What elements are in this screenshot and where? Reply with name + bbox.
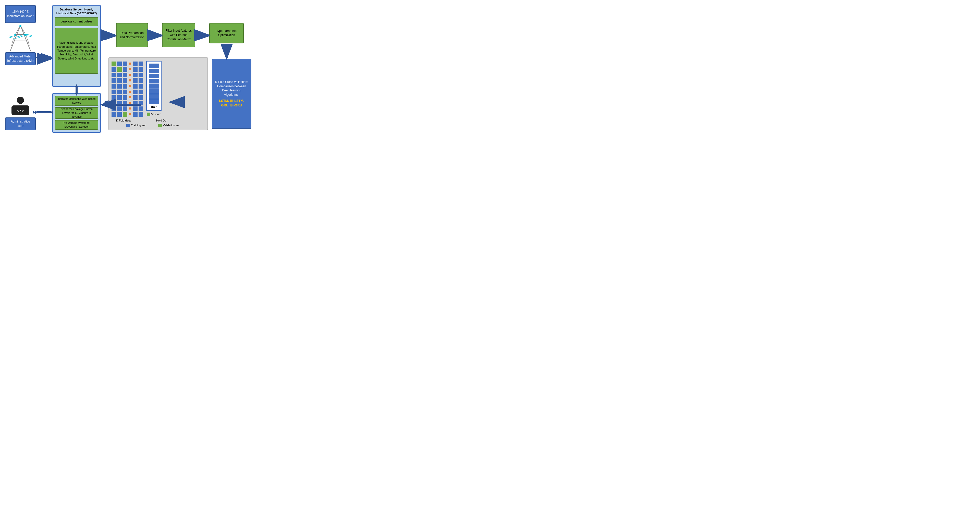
predict-box: Predict the Leakage Current Levels for 1…: [55, 107, 98, 119]
grid-cell: [138, 101, 143, 105]
holdout-cell: [149, 84, 159, 89]
grid-cell: [138, 73, 143, 77]
svg-line-21: [21, 25, 25, 35]
validate-color: [147, 113, 150, 116]
weather-label: Accumulating Many Weather Parameters: Te…: [57, 41, 96, 61]
validate-legend: Validate: [147, 112, 161, 116]
algorithms-label: LSTM, Bi-LSTM, GRU, Bi-GRU: [215, 99, 249, 108]
grid-visual: Train Validate: [111, 61, 162, 117]
validation-color: [158, 124, 162, 127]
monitoring-box: Insulator Monitoring Web-based Service P…: [52, 93, 101, 133]
dot: [129, 80, 131, 81]
grid-cell: [138, 67, 143, 72]
db-server-label: Database Server - Hourly Historical Data…: [55, 8, 98, 16]
svg-text:</>: </>: [17, 108, 24, 113]
grid-cell: [111, 112, 116, 117]
grid-cell: [117, 73, 122, 77]
grid-cell: [111, 95, 116, 100]
grid-cell: [111, 89, 116, 94]
svg-point-29: [17, 97, 24, 104]
legend-row: K-Fold data Hold Out: [111, 119, 167, 123]
grid-cell: [133, 112, 138, 117]
grid-cell: [111, 107, 116, 111]
grid-cell: [123, 101, 127, 105]
dot: [129, 113, 131, 115]
dot: [129, 102, 131, 104]
holdout-cell: [149, 94, 159, 99]
data-prep-box: Data Preparation and Normalization: [116, 23, 148, 47]
leakage-box: Leakage current pulses: [55, 17, 98, 26]
pearson-box: Filter input features with Pearson Corre…: [162, 23, 195, 47]
grid-cell: [138, 89, 143, 94]
kfold-data-label: K-Fold data: [116, 119, 130, 123]
training-color: [126, 124, 130, 127]
main-diagram: 15kV HDPE insulators on Tower Adv: [3, 3, 253, 135]
grid-cell: [133, 107, 138, 111]
dot: [129, 68, 131, 70]
grid-cell: [123, 78, 127, 83]
ami-label: Advanced Meter Infrastructure (AMI): [7, 54, 34, 63]
leakage-label: Leakage current pulses: [61, 19, 93, 24]
grid-cell: [117, 95, 122, 100]
tower-icon: [8, 24, 33, 53]
grid-cell: [138, 62, 143, 66]
grid-cell: [133, 89, 138, 94]
grid-cell: [117, 67, 122, 72]
grid-cell: [123, 62, 127, 66]
dot: [129, 85, 131, 87]
ami-box: Advanced Meter Infrastructure (AMI): [5, 53, 36, 65]
grid-cell: [111, 67, 116, 72]
holdout-cell: [149, 74, 159, 78]
grid-cell: [117, 89, 122, 94]
grid-cell: [123, 89, 127, 94]
grid-cell: [123, 112, 127, 117]
grid-cell: [123, 107, 127, 111]
legend-row2: Training set Validation set: [111, 124, 180, 127]
grid-cell: [111, 78, 116, 83]
holdout-cell: [149, 89, 159, 94]
predict-label: Predict the Leakage Current Levels for 1…: [57, 107, 96, 118]
grid-cell: [117, 84, 122, 89]
db-server-box: Database Server - Hourly Historical Data…: [52, 5, 101, 87]
grid-cell: [117, 78, 122, 83]
data-prep-label: Data Preparation and Normalization: [118, 31, 146, 40]
grid-cell: [117, 112, 122, 117]
svg-point-26: [14, 34, 16, 36]
admin-box: Administrative users: [5, 118, 36, 130]
validate-label: Validate: [151, 112, 161, 116]
right-grid: [132, 61, 143, 117]
grid-cell: [138, 107, 143, 111]
grid-cell: [138, 84, 143, 89]
holdout-area: Train Validate: [146, 61, 162, 117]
holdout-cell: [149, 64, 159, 68]
grid-cell: [111, 73, 116, 77]
grid-cell: [138, 95, 143, 100]
holdout-cell: [149, 99, 159, 104]
kfold-box: K-Fold Cross Validation: Comparison betw…: [212, 59, 251, 129]
grid-cell: [117, 101, 122, 105]
grid-cell: [133, 67, 138, 72]
grid-area: Train Validate K-Fold data Hold Out Trai…: [108, 57, 208, 130]
tower-label: 15kV HDPE insulators on Tower: [7, 10, 34, 18]
svg-marker-13: [33, 111, 36, 113]
grid-cell: [111, 101, 116, 105]
kfold-label: K-Fold Cross Validation: Comparison betw…: [215, 80, 249, 97]
holdout-grid: [148, 63, 159, 104]
validation-set-label: Validation set: [163, 124, 180, 127]
svg-line-20: [15, 25, 21, 35]
grid-cell: [123, 73, 127, 77]
hold-out-label: Hold Out: [156, 119, 167, 123]
grid-cell: [133, 78, 138, 83]
grid-cell: [111, 84, 116, 89]
validation-legend: Validation set: [158, 124, 180, 127]
grid-cell: [138, 112, 143, 117]
grid-cell: [111, 62, 116, 66]
kfold-grid: [111, 61, 127, 117]
hyperopt-label: Hyperparameter Optimization: [211, 29, 242, 38]
svg-point-28: [24, 34, 27, 36]
holdout-cell: [149, 69, 159, 73]
grid-cell: [133, 84, 138, 89]
prewarning-label: Pre-warning system for preventing flasho…: [57, 121, 96, 128]
svg-line-16: [21, 25, 30, 51]
grid-cell: [123, 67, 127, 72]
